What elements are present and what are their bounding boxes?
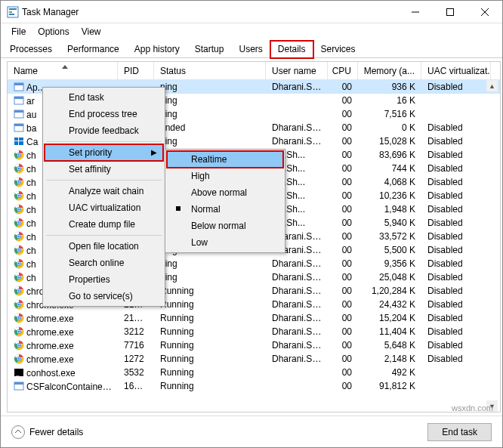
end-task-button[interactable]: End task <box>427 423 492 441</box>
chevron-up-icon <box>11 425 25 439</box>
footer: Fewer details End task <box>1 416 502 447</box>
menu-item-set-affinity[interactable]: Set affinity <box>45 161 163 178</box>
close-button[interactable] <box>468 1 502 23</box>
col-pid[interactable]: PID <box>118 62 154 79</box>
process-name: ch <box>26 232 36 243</box>
menu-item-end-process-tree[interactable]: End process tree <box>45 106 163 122</box>
app-icon <box>14 122 24 133</box>
col-uac[interactable]: UAC virtualizat... <box>421 62 491 79</box>
process-cpu: 00 <box>328 299 358 310</box>
table-row[interactable]: chrome.exe3212RunningDharani.Sh...0011,4… <box>8 325 500 338</box>
process-uac: Disabled <box>421 190 491 201</box>
table-row[interactable]: chrome.exe1272RunningDharani.Sh...002,14… <box>8 352 500 366</box>
col-mem[interactable]: Memory (a... <box>358 62 421 79</box>
svg-rect-19 <box>14 141 18 145</box>
menu-item-analyze-wait-chain[interactable]: Analyze wait chain <box>45 183 163 199</box>
menu-item-go-to-service-s-[interactable]: Go to service(s) <box>45 288 163 304</box>
process-uac: Disabled <box>421 177 491 187</box>
menu-item-set-priority[interactable]: Set priority▶ <box>45 144 163 161</box>
process-status: ning <box>154 136 266 147</box>
process-memory: 4,068 K <box>358 177 421 187</box>
process-memory: 16 K <box>358 95 421 106</box>
process-pid: 1272 <box>118 354 154 364</box>
process-memory: 5,500 K <box>358 245 421 255</box>
process-uac: Disabled <box>421 204 491 215</box>
process-status: ended <box>154 122 266 133</box>
scroll-up-icon[interactable]: ▲ <box>486 80 498 91</box>
process-cpu: 00 <box>328 326 358 337</box>
process-user: Dharani.Sh... <box>266 326 328 337</box>
table-row[interactable]: chrome.exe7716RunningDharani.Sh...005,64… <box>8 338 500 352</box>
tab-performance[interactable]: Performance <box>60 41 127 58</box>
menu-file[interactable]: File <box>5 25 32 39</box>
tab-users[interactable]: Users <box>231 41 270 58</box>
tab-startup[interactable]: Startup <box>187 41 232 58</box>
process-memory: 744 K <box>358 163 421 174</box>
priority-low[interactable]: Low <box>167 234 283 251</box>
menu-item-provide-feedback[interactable]: Provide feedback <box>45 122 163 139</box>
process-user: Dharani.Sh... <box>266 272 328 283</box>
menu-item-properties[interactable]: Properties <box>45 271 163 288</box>
process-memory: 936 K <box>358 82 421 92</box>
fewer-details-button[interactable]: Fewer details <box>11 425 83 439</box>
col-user[interactable]: User name <box>266 62 328 79</box>
process-uac: Disabled <box>421 163 491 174</box>
priority-realtime[interactable]: Realtime <box>167 151 283 168</box>
process-name: chrome.exe <box>26 327 74 338</box>
svg-point-28 <box>18 167 20 169</box>
process-memory: 91,812 K <box>358 381 421 391</box>
menu-item-search-online[interactable]: Search online <box>45 255 163 271</box>
menu-bar: File Options View <box>1 23 502 40</box>
process-name: ch <box>26 259 36 270</box>
process-name: ba <box>26 123 36 134</box>
chrome-icon <box>14 258 24 269</box>
col-cpu[interactable]: CPU <box>328 62 358 79</box>
table-row[interactable]: chrome.exe21472RunningDharani.Sh...0015,… <box>8 311 500 325</box>
process-status: Running <box>154 367 266 378</box>
menu-view[interactable]: View <box>76 25 107 39</box>
process-name: au <box>26 110 36 120</box>
priority-above-normal[interactable]: Above normal <box>167 184 283 201</box>
chrome-icon <box>14 231 24 242</box>
process-user: Dharani.Sh... <box>266 313 328 323</box>
menu-separator <box>46 180 162 181</box>
priority-below-normal[interactable]: Below normal <box>167 218 283 234</box>
svg-point-84 <box>18 357 20 360</box>
chrome-icon <box>14 340 24 351</box>
process-uac: Disabled <box>421 272 491 283</box>
menu-item-open-file-location[interactable]: Open file location <box>45 238 163 255</box>
process-status: ning <box>154 95 266 106</box>
process-status: Running <box>154 340 266 351</box>
process-cpu: 00 <box>328 313 358 323</box>
table-row[interactable]: CSFalconContainer.e16128Running0091,812 … <box>8 379 500 393</box>
priority-normal[interactable]: Normal <box>167 201 283 218</box>
svg-rect-16 <box>14 124 23 126</box>
menu-item-uac-virtualization[interactable]: UAC virtualization <box>45 199 163 216</box>
svg-point-68 <box>18 303 20 305</box>
chrome-icon <box>14 286 24 296</box>
menu-options[interactable]: Options <box>32 25 75 39</box>
chrome-icon <box>14 272 24 283</box>
process-uac: Disabled <box>421 245 491 255</box>
svg-point-60 <box>18 276 20 278</box>
chrome-icon <box>14 245 24 255</box>
col-status[interactable]: Status <box>154 62 266 79</box>
process-uac: Disabled <box>421 231 491 242</box>
process-cpu: 00 <box>328 136 358 147</box>
menu-item-end-task[interactable]: End task <box>45 89 163 106</box>
process-name: chrome.exe <box>26 341 74 351</box>
process-name: Ca <box>26 137 38 147</box>
maximize-button[interactable] <box>433 1 468 23</box>
menu-item-create-dump-file[interactable]: Create dump file <box>45 216 163 233</box>
process-pid: 3212 <box>118 326 154 337</box>
tab-details[interactable]: Details <box>270 41 313 58</box>
tab-processes[interactable]: Processes <box>2 41 60 58</box>
tab-services[interactable]: Services <box>313 41 363 58</box>
minimize-button[interactable] <box>398 1 433 23</box>
process-cpu: 00 <box>328 204 358 215</box>
app-icon <box>14 109 24 119</box>
tab-app-history[interactable]: App history <box>127 41 187 58</box>
table-row[interactable]: _conhost.exe3532Running00492 K <box>8 366 500 379</box>
process-status: Running <box>154 313 266 323</box>
priority-high[interactable]: High <box>167 168 283 184</box>
